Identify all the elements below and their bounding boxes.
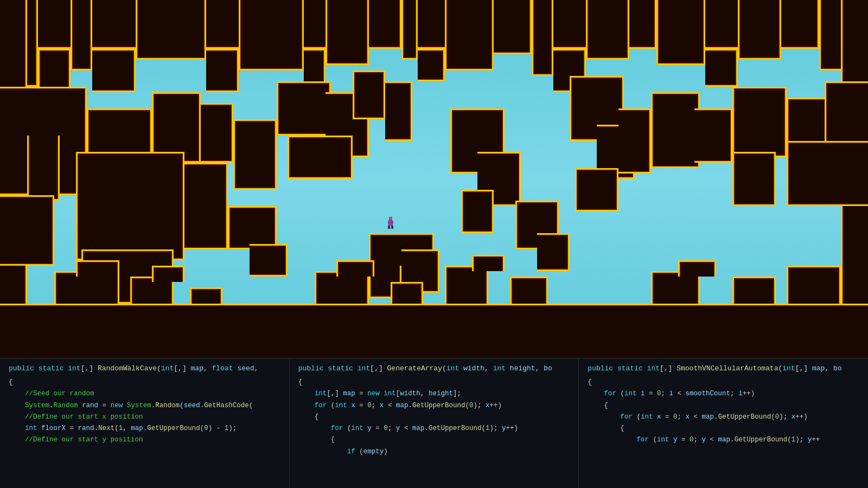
code-line: { [588,400,859,412]
game-viewport [0,0,868,358]
code-line: { [298,434,570,446]
code-header-3: public static int[,] SmoothVNCellularAut… [588,363,859,375]
code-line: for (int x = 0; x < map.GetUpperBound(0)… [588,412,859,423]
code-line: for (int y = 0; y < map.GetUpperBound(1)… [298,423,570,434]
code-column-3: public static int[,] SmoothVNCellularAut… [579,358,868,488]
code-line: for (int x = 0; x < map.GetUpperBound(0)… [298,400,570,412]
svg-rect-1 [388,220,393,226]
player-sprite [386,217,395,230]
code-header-1: public static int[,] RandomWalkCave(int[… [9,363,280,375]
code-line: { [9,377,280,388]
code-line: if (empty) [298,446,570,458]
code-line: for (int i = 0; i < smoothCount; i++) [588,388,859,400]
code-line: { [588,377,859,388]
code-line: //Define our start x position [9,412,280,423]
code-column-2: public static int[,] GenerateArray(int w… [290,358,579,488]
code-line: //Seed our random [9,388,280,400]
code-line: int[,] map = new int[width, height]; [298,388,570,400]
code-line: int floorX = rand.Next(1, map.GetUpperBo… [9,423,280,434]
code-line: for (int y = 0; y < map.GetUpperBound(1)… [588,434,859,446]
code-line: //Define our start y position [9,434,280,446]
code-line: { [298,377,570,388]
svg-rect-2 [388,226,390,229]
cave-canvas [0,0,868,358]
code-line: System.Random rand = new System.Random(s… [9,400,280,412]
code-column-1: public static int[,] RandomWalkCave(int[… [0,358,290,488]
code-panel: public static int[,] RandomWalkCave(int[… [0,358,868,488]
code-line: { [588,423,859,434]
svg-rect-3 [391,226,393,229]
code-line: { [298,412,570,423]
svg-rect-5 [392,221,393,224]
svg-rect-0 [389,217,392,220]
code-header-2: public static int[,] GenerateArray(int w… [298,363,570,375]
svg-rect-4 [388,221,389,224]
